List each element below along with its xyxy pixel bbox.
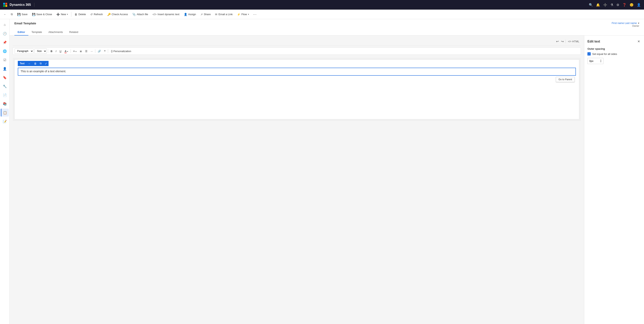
quote-button[interactable]: ❝ (103, 49, 107, 53)
sidebar-item-checklist[interactable]: ☑ (1, 56, 9, 64)
command-bar: ← ⧉ 💾 Save 💾 Save & Close ➕ New ▾ 🗑 Dele… (0, 9, 644, 19)
new-window-icon: ⧉ (11, 12, 13, 16)
redo-button[interactable]: ↪ (560, 39, 564, 44)
back-button[interactable]: ← (2, 11, 8, 17)
tab-template[interactable]: Template (28, 29, 45, 35)
link-button[interactable]: 🔗 (96, 49, 102, 53)
spacing-arrows: ▲ ▼ (600, 59, 602, 63)
attach-file-icon: 📎 (132, 13, 136, 16)
editor-main: ↩ ↪ </> HTML Paragraph Size (10, 35, 584, 324)
emoji-icon[interactable]: 😊 (630, 3, 634, 7)
paragraph-select[interactable]: Paragraph (14, 48, 34, 54)
text-elem-back-button[interactable]: ← (26, 61, 32, 66)
undo-button[interactable]: ↩ (555, 39, 560, 44)
editor-toolbar: Paragraph Size B I U (13, 47, 581, 55)
sidebar-item-recent[interactable]: 🕐 (1, 29, 9, 37)
save-icon: 💾 (17, 13, 20, 16)
tab-editor[interactable]: Editor (14, 29, 28, 35)
plus-icon[interactable]: ➕ (603, 3, 607, 7)
goto-parent-tooltip[interactable]: Go to Parent (556, 77, 575, 82)
canvas-wrapper: Text ← 🗑 ⧉ ⤢ This is an example of a tex… (13, 58, 581, 121)
sidebar-item-person[interactable]: 👤 (1, 65, 9, 73)
align-button[interactable]: ≡ ▾ (72, 49, 78, 53)
assign-icon: 👤 (184, 13, 187, 16)
panel-header: Edit text ✕ (588, 39, 641, 44)
spacing-down-icon[interactable]: ▼ (600, 61, 602, 63)
email-link-button[interactable]: ✉ Email a Link (213, 11, 234, 17)
align-chevron-icon: ▾ (76, 50, 76, 52)
settings-icon[interactable]: ⚙ (616, 3, 619, 7)
underline-button[interactable]: U (58, 49, 62, 53)
set-equal-label: Set equal for all sides (592, 52, 617, 55)
tab-bar: Editor Template Attachments Related (10, 27, 644, 35)
back-icon: ← (4, 13, 6, 16)
text-element-container: Text ← 🗑 ⧉ ⤢ This is an example of a tex… (18, 68, 576, 76)
tab-attachments[interactable]: Attachments (45, 29, 66, 35)
more-toolbar-button[interactable]: ··· (90, 49, 94, 53)
canvas[interactable]: Text ← 🗑 ⧉ ⤢ This is an example of a tex… (14, 59, 579, 119)
brand-logo: Dynamics 365 (3, 3, 31, 7)
set-equal-row: Set equal for all sides (588, 52, 641, 55)
toolbar-sep-1 (48, 49, 48, 53)
sidebar-item-template[interactable]: 📋 (1, 109, 9, 117)
unordered-list-button[interactable]: ☰ (84, 49, 89, 53)
font-color-button[interactable]: A ▾ (63, 49, 69, 53)
new-button[interactable]: ➕ New ▾ (54, 11, 70, 17)
filter-icon[interactable]: ⚗ (610, 3, 613, 7)
unordered-list-icon: ☰ (85, 50, 88, 53)
sidebar-item-document[interactable]: 📄 (1, 91, 9, 99)
assign-button[interactable]: 👤 Assign (182, 11, 198, 17)
sidebar-item-note[interactable]: 📝 (1, 117, 9, 125)
personalization-button[interactable]: {} Personalization (109, 49, 133, 53)
save-button[interactable]: 💾 Save (15, 11, 30, 17)
size-select[interactable]: Size (34, 48, 47, 54)
ordered-list-button[interactable]: ≣ (78, 49, 83, 53)
outer-spacing-label: Outer spacing (588, 47, 641, 50)
delete-button[interactable]: 🗑 Delete (72, 11, 88, 17)
italic-button[interactable]: I (54, 49, 58, 53)
share-button[interactable]: ↗ Share (198, 11, 213, 17)
sidebar-item-globe[interactable]: 🌐 (1, 47, 9, 55)
svg-rect-3 (6, 5, 7, 7)
sidebar-item-pin[interactable]: 📌 (1, 38, 9, 46)
spacing-input[interactable]: 0px ▲ ▼ (588, 58, 604, 64)
more-options-button[interactable]: ⋯ (251, 11, 258, 18)
toolbar-sep-3 (95, 49, 95, 53)
sidebar-item-library[interactable]: 📚 (1, 100, 9, 108)
text-elem-copy-button[interactable]: ⧉ (38, 61, 43, 66)
text-element-box[interactable]: This is an example of a text element. Go… (18, 68, 576, 76)
sidebar-item-home[interactable]: ⌂ (1, 21, 9, 29)
svg-rect-1 (6, 3, 7, 4)
spacing-up-icon[interactable]: ▲ (600, 59, 602, 61)
owner-dropdown-icon[interactable]: ▾ (638, 22, 639, 24)
bell-icon[interactable]: 🔔 (596, 3, 600, 7)
panel-close-button[interactable]: ✕ (636, 39, 641, 44)
owner-name[interactable]: First name Last name (612, 21, 637, 24)
spacing-input-row: 0px ▲ ▼ (588, 58, 641, 64)
bold-button[interactable]: B (49, 49, 54, 53)
html-button[interactable]: </> HTML (566, 39, 581, 44)
attach-file-button[interactable]: 📎 Attach file (130, 11, 150, 17)
flow-button[interactable]: ⚡ Flow ▾ (235, 11, 251, 17)
ordered-list-icon: ≣ (80, 50, 82, 53)
new-window-button[interactable]: ⧉ (9, 11, 15, 17)
flow-icon: ⚡ (237, 13, 240, 16)
user-icon[interactable]: 👤 (637, 3, 641, 7)
help-icon[interactable]: ❓ (622, 3, 626, 7)
close-icon: ✕ (638, 40, 640, 43)
save-close-button[interactable]: 💾 Save & Close (30, 11, 54, 17)
sidebar-item-wrench[interactable]: 🔧 (1, 82, 9, 90)
flow-chevron-icon: ▾ (248, 13, 249, 15)
tab-related[interactable]: Related (66, 29, 82, 35)
sidebar-item-bookmark[interactable]: 🔖 (1, 73, 9, 81)
set-equal-checkbox[interactable] (588, 52, 591, 55)
text-elem-delete-button[interactable]: 🗑 (32, 61, 38, 66)
text-elem-expand-button[interactable]: ⤢ (43, 61, 48, 66)
undo-redo-bar: ↩ ↪ </> HTML (13, 39, 581, 46)
spacing-value: 0px (589, 59, 594, 62)
check-access-button[interactable]: 🔑 Check Access (105, 11, 130, 17)
insert-dynamic-button[interactable]: </> Insert dynamic text (150, 11, 181, 17)
search-icon[interactable]: 🔍 (589, 3, 593, 7)
top-navbar: Dynamics 365 🔍 🔔 ➕ ⚗ ⚙ ❓ 😊 👤 (0, 0, 644, 9)
refresh-button[interactable]: ↺ Refresh (88, 11, 105, 17)
